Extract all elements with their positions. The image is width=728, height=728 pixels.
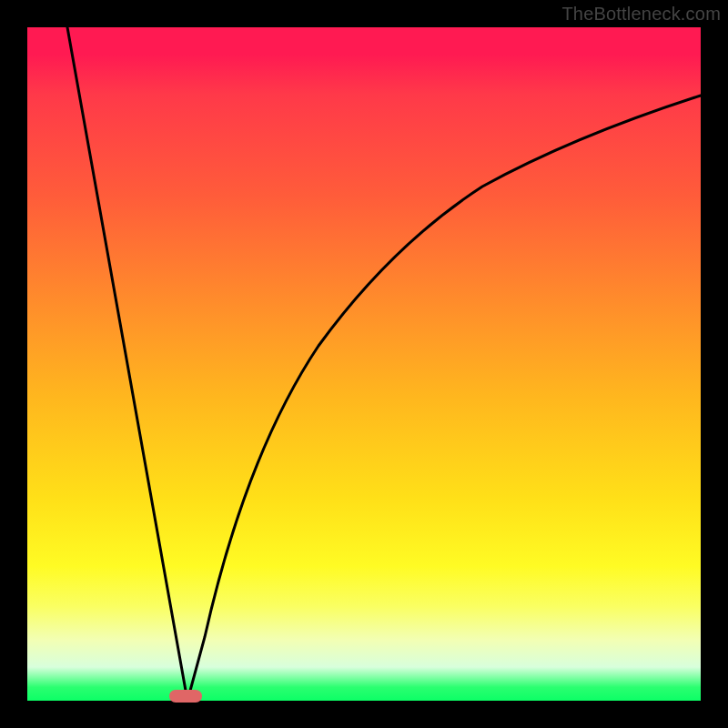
chart-frame: TheBottleneck.com <box>0 0 728 728</box>
watermark-label: TheBottleneck.com <box>561 4 721 25</box>
bottleneck-marker <box>169 690 202 703</box>
curve-layer <box>27 27 701 701</box>
plot-area <box>27 27 701 701</box>
curve-right-ascent <box>187 96 701 701</box>
curve-left-descent <box>67 27 187 701</box>
